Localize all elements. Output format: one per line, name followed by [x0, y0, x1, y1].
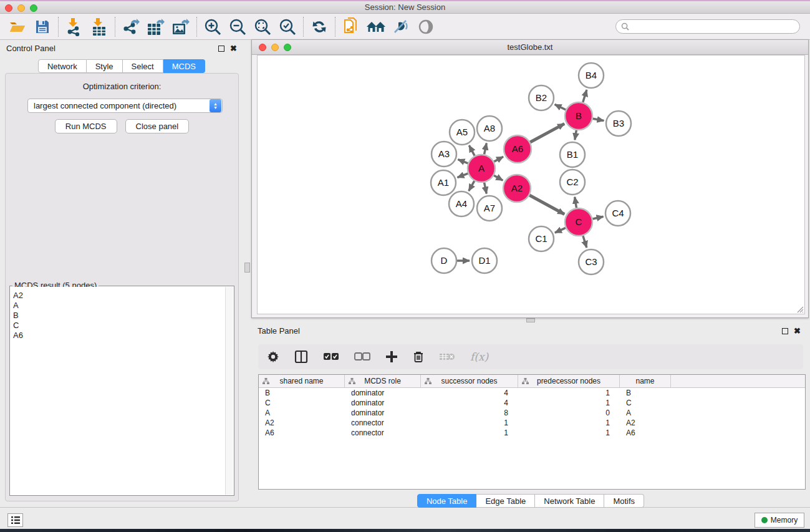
table-cell[interactable]: 8: [421, 409, 518, 417]
tab-motifs[interactable]: Motifs: [604, 494, 644, 508]
table-cell[interactable]: connector: [345, 418, 421, 427]
table-cell[interactable]: connector: [345, 428, 421, 437]
tab-mcds[interactable]: MCDS: [163, 59, 205, 73]
edge-C-C2[interactable]: [575, 197, 577, 208]
node-A[interactable]: A: [468, 155, 495, 182]
node-B4[interactable]: B4: [579, 63, 604, 88]
node-C3[interactable]: C3: [579, 249, 604, 274]
reset-view-button[interactable]: [364, 16, 388, 38]
close-table-panel-icon[interactable]: ✖: [794, 328, 801, 334]
title-bar[interactable]: Session: New Session: [0, 1, 810, 14]
close-panel-icon[interactable]: ✖: [230, 46, 237, 52]
node-C2[interactable]: C2: [560, 170, 585, 195]
table-cell[interactable]: A6: [259, 428, 345, 437]
edge-A-A4[interactable]: [469, 181, 475, 191]
birds-eye-view-button[interactable]: [413, 16, 438, 38]
tab-edge-table[interactable]: Edge Table: [476, 494, 535, 508]
node-A6[interactable]: A6: [504, 135, 531, 163]
network-window-titlebar[interactable]: testGlobe.txt: [252, 40, 808, 55]
table-cell[interactable]: C: [620, 399, 671, 407]
network-view-window[interactable]: testGlobe.txt AA1A2A3A4A5A6A7A8BB1B2B3B4…: [251, 39, 809, 318]
add-row-button[interactable]: [385, 351, 398, 363]
table-cell[interactable]: 1: [518, 418, 620, 427]
column-header-predecessor-nodes[interactable]: predecessor nodes: [518, 375, 620, 387]
table-cell[interactable]: B: [259, 389, 345, 397]
import-network-button[interactable]: [62, 16, 87, 38]
export-table-button[interactable]: [143, 16, 168, 38]
zoom-fit-button[interactable]: [250, 16, 275, 38]
deselect-all-button[interactable]: [354, 352, 370, 361]
open-session-button[interactable]: [5, 16, 30, 38]
table-row[interactable]: Bdominator41B: [259, 388, 805, 398]
select-all-button[interactable]: [323, 352, 339, 361]
copy-current-network-button[interactable]: [339, 16, 364, 38]
column-header-shared-name[interactable]: shared name: [259, 375, 345, 387]
node-A5[interactable]: A5: [450, 120, 475, 145]
edge-A6-B[interactable]: [530, 123, 564, 142]
float-panel-icon[interactable]: [218, 46, 224, 52]
zoom-selected-button[interactable]: [275, 16, 300, 38]
node-C[interactable]: C: [565, 208, 592, 236]
table-cell[interactable]: A6: [620, 428, 671, 437]
table-cell[interactable]: 1: [518, 399, 620, 407]
tab-select[interactable]: Select: [123, 59, 163, 73]
table-cell[interactable]: dominator: [345, 399, 421, 407]
edge-A-A6[interactable]: [494, 157, 503, 162]
table-cell[interactable]: dominator: [345, 409, 421, 417]
table-cell[interactable]: A: [620, 409, 671, 417]
run-mcds-button[interactable]: Run MCDS: [55, 119, 117, 133]
tab-network[interactable]: Network: [38, 59, 87, 73]
zoom-window-icon[interactable]: [30, 4, 37, 12]
node-A7[interactable]: A7: [477, 196, 502, 221]
tab-node-table[interactable]: Node Table: [417, 494, 477, 508]
float-table-panel-icon[interactable]: [782, 328, 788, 334]
table-cell[interactable]: 1: [518, 428, 620, 437]
zoom-in-button[interactable]: [200, 16, 225, 38]
network-close-icon[interactable]: [259, 44, 266, 51]
search-box[interactable]: [615, 19, 800, 34]
node-B[interactable]: B: [565, 102, 592, 130]
split-columns-button[interactable]: [294, 350, 308, 364]
edge-A-A3[interactable]: [458, 160, 468, 163]
refresh-button[interactable]: [307, 16, 332, 38]
table-cell[interactable]: A: [259, 409, 345, 417]
table-row[interactable]: A6connector11A6: [259, 428, 805, 438]
node-D[interactable]: D: [432, 248, 456, 273]
edge-C-C4[interactable]: [592, 216, 603, 219]
node-C1[interactable]: C1: [529, 226, 554, 251]
hide-annotations-button[interactable]: [388, 16, 413, 38]
edge-A-A1[interactable]: [457, 173, 468, 177]
node-B2[interactable]: B2: [529, 85, 554, 110]
table-cell[interactable]: C: [259, 399, 345, 407]
tab-network-table[interactable]: Network Table: [535, 494, 604, 508]
table-row[interactable]: Adominator80A: [259, 408, 805, 418]
table-cell[interactable]: A2: [259, 418, 345, 427]
result-item[interactable]: A2: [11, 291, 225, 301]
column-header-successor-nodes[interactable]: successor nodes: [421, 375, 518, 387]
table-cell[interactable]: B: [620, 389, 671, 397]
node-A1[interactable]: A1: [431, 170, 456, 195]
network-minimize-icon[interactable]: [271, 44, 279, 51]
table-row[interactable]: Cdominator41C: [259, 398, 805, 408]
column-header-name[interactable]: name: [620, 375, 671, 387]
zoom-out-button[interactable]: [225, 16, 250, 38]
optimization-criterion-select[interactable]: largest connected component (directed) ▲…: [27, 99, 223, 113]
result-item[interactable]: A: [11, 301, 225, 311]
edge-A-A8[interactable]: [485, 143, 487, 155]
close-panel-button[interactable]: Close panel: [125, 119, 190, 133]
table-cell[interactable]: 4: [421, 389, 518, 397]
edge-B-B3[interactable]: [593, 118, 604, 120]
edge-B-B1[interactable]: [575, 130, 577, 140]
node-A8[interactable]: A8: [477, 116, 502, 141]
import-table-button[interactable]: [87, 16, 112, 38]
table-settings-button[interactable]: [267, 351, 279, 363]
table-cell[interactable]: 0: [518, 409, 620, 417]
tab-style[interactable]: Style: [87, 59, 123, 73]
column-header-MCDS-role[interactable]: MCDS role: [345, 375, 421, 387]
edge-A-A5[interactable]: [469, 145, 475, 156]
mcds-result-list[interactable]: A2ABCA6: [11, 287, 225, 495]
node-B1[interactable]: B1: [560, 142, 585, 167]
result-item[interactable]: B: [11, 311, 225, 321]
node-A2[interactable]: A2: [503, 175, 531, 202]
save-session-button[interactable]: [30, 16, 55, 38]
